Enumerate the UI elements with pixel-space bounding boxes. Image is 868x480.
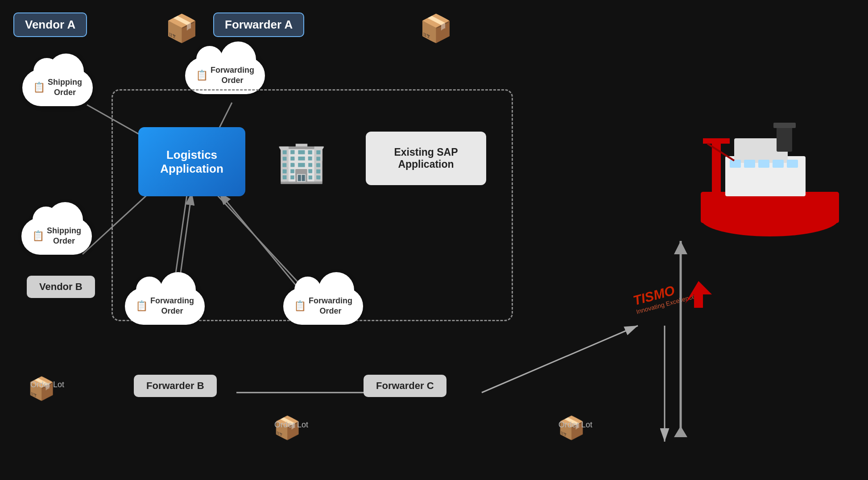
vertical-arrow-icon <box>672 241 690 446</box>
package-2-icon: 📦 <box>419 12 453 44</box>
order-lot-1-label: Order Lot <box>30 380 64 389</box>
vendor-b-box: Vendor B <box>27 276 95 298</box>
svg-rect-18 <box>730 160 741 168</box>
svg-marker-30 <box>674 241 687 254</box>
logistics-app-box: Logistics Application <box>138 127 245 196</box>
svg-rect-20 <box>758 160 769 168</box>
svg-rect-22 <box>787 160 798 168</box>
building-icon: 🏢 <box>277 138 327 185</box>
sap-app-box: Existing SAP Application <box>366 132 486 185</box>
package-1-icon: 📦 <box>165 12 198 44</box>
forwarder-a-label: Forwarder A <box>213 12 304 37</box>
forwarding-order-2-cloud: 📋 ForwardingOrder <box>125 288 205 325</box>
vendor-a-label: Vendor A <box>13 12 87 37</box>
shipping-order-1-cloud: 📋 ShippingOrder <box>22 69 93 106</box>
forwarder-b-box: Forwarder B <box>134 375 217 397</box>
svg-line-11 <box>482 326 638 393</box>
svg-rect-19 <box>744 160 755 168</box>
main-diagram: Vendor A Forwarder A 📦 📦 📋 ShippingOrder… <box>0 0 868 480</box>
svg-rect-26 <box>777 125 792 152</box>
forwarding-order-1-cloud: 📋 ForwardingOrder <box>185 57 265 94</box>
svg-rect-27 <box>773 123 796 128</box>
svg-rect-15 <box>701 192 839 223</box>
ship-icon <box>690 112 841 263</box>
svg-rect-24 <box>703 138 730 144</box>
forwarder-c-box: Forwarder C <box>364 375 446 397</box>
svg-marker-31 <box>674 426 687 437</box>
forwarding-order-3-cloud: 📋 ForwardingOrder <box>283 288 363 325</box>
order-lot-2-label: Order Lot <box>274 420 308 430</box>
order-lot-3-label: Order Lot <box>558 420 592 430</box>
svg-rect-21 <box>773 160 784 168</box>
shipping-order-2-cloud: 📋 ShippingOrder <box>21 218 92 255</box>
